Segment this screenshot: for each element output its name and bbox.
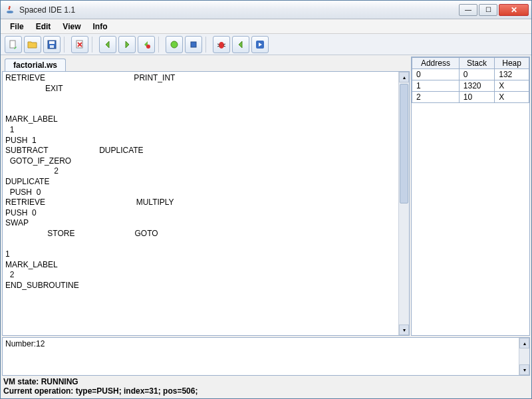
app-window: Spaced IDE 1.1 — ☐ ✕ File Edit View Info <box>0 0 532 399</box>
run-button[interactable] <box>166 36 183 53</box>
console-line: Number:12 <box>5 339 516 348</box>
code-editor[interactable]: RETRIEVE PRINT_INT EXIT MARK_LABEL 1 PUS… <box>2 71 410 336</box>
col-address[interactable]: Address <box>412 58 460 69</box>
scroll-down-icon[interactable]: ▾ <box>519 364 529 375</box>
save-button[interactable] <box>43 36 61 53</box>
status-bar: VM state: RUNNING Current operation: typ… <box>1 377 531 398</box>
window-title: Spaced IDE 1.1 <box>19 5 459 15</box>
memory-empty-area <box>412 103 529 335</box>
scroll-thumb[interactable] <box>400 84 408 203</box>
minimize-button[interactable]: — <box>459 4 477 16</box>
svg-rect-1 <box>10 41 15 48</box>
stop-button[interactable] <box>185 36 202 53</box>
editor-panel: factorial.ws RETRIEVE PRINT_INT EXIT MAR… <box>2 57 410 336</box>
debug-button[interactable] <box>213 36 230 53</box>
main-area: factorial.ws RETRIEVE PRINT_INT EXIT MAR… <box>1 55 531 337</box>
console-scrollbar[interactable]: ▴ ▾ <box>519 338 529 375</box>
table-row: 1 1320 X <box>412 80 529 92</box>
step-forward-button[interactable] <box>251 36 269 53</box>
close-file-button[interactable] <box>71 36 88 53</box>
svg-rect-8 <box>191 42 196 47</box>
svg-rect-4 <box>50 45 54 48</box>
scroll-up-icon[interactable]: ▴ <box>519 338 529 348</box>
col-heap[interactable]: Heap <box>495 58 529 69</box>
forward-button[interactable] <box>118 36 136 53</box>
toolbar-separator <box>92 37 96 53</box>
svg-rect-3 <box>49 41 55 44</box>
menu-view[interactable]: View <box>57 21 86 33</box>
debug-step-button[interactable] <box>138 36 155 53</box>
console-panel: Number:12 ▴ ▾ <box>2 337 530 376</box>
table-row: 0 0 132 <box>412 69 529 80</box>
memory-panel: Address Stack Heap 0 0 132 1 1320 X <box>411 57 530 336</box>
editor-scrollbar[interactable]: ▴ ▾ <box>398 72 409 335</box>
step-back-button[interactable] <box>232 36 249 53</box>
tab-factorial[interactable]: factorial.ws <box>5 59 66 71</box>
svg-point-9 <box>219 42 224 49</box>
memory-table: Address Stack Heap 0 0 132 1 1320 X <box>412 57 529 103</box>
back-button[interactable] <box>99 36 116 53</box>
table-row: 2 10 X <box>412 92 529 103</box>
scroll-down-icon[interactable]: ▾ <box>399 325 409 335</box>
editor-content[interactable]: RETRIEVE PRINT_INT EXIT MARK_LABEL 1 PUS… <box>3 72 398 335</box>
col-stack[interactable]: Stack <box>459 58 494 69</box>
toolbar <box>1 34 531 55</box>
svg-point-0 <box>7 11 13 13</box>
console-output[interactable]: Number:12 <box>3 338 519 375</box>
java-icon <box>5 5 15 15</box>
toolbar-separator <box>158 37 162 53</box>
menu-file[interactable]: File <box>5 21 29 33</box>
tab-strip: factorial.ws <box>2 57 410 71</box>
menu-info[interactable]: Info <box>87 21 112 33</box>
toolbar-separator <box>64 37 68 53</box>
window-controls: — ☐ ✕ <box>459 4 529 16</box>
svg-point-6 <box>146 45 150 49</box>
toolbar-separator <box>205 37 209 53</box>
menu-edit[interactable]: Edit <box>31 21 57 33</box>
svg-point-7 <box>171 41 178 48</box>
scroll-up-icon[interactable]: ▴ <box>399 72 409 82</box>
titlebar: Spaced IDE 1.1 — ☐ ✕ <box>1 1 531 19</box>
close-button[interactable]: ✕ <box>499 4 529 16</box>
maximize-button[interactable]: ☐ <box>479 4 497 16</box>
new-file-button[interactable] <box>5 36 22 53</box>
current-operation: Current operation: type=PUSH; index=31; … <box>3 386 529 396</box>
open-file-button[interactable] <box>24 36 41 53</box>
menubar: File Edit View Info <box>1 19 531 34</box>
vm-state: VM state: RUNNING <box>3 377 529 386</box>
